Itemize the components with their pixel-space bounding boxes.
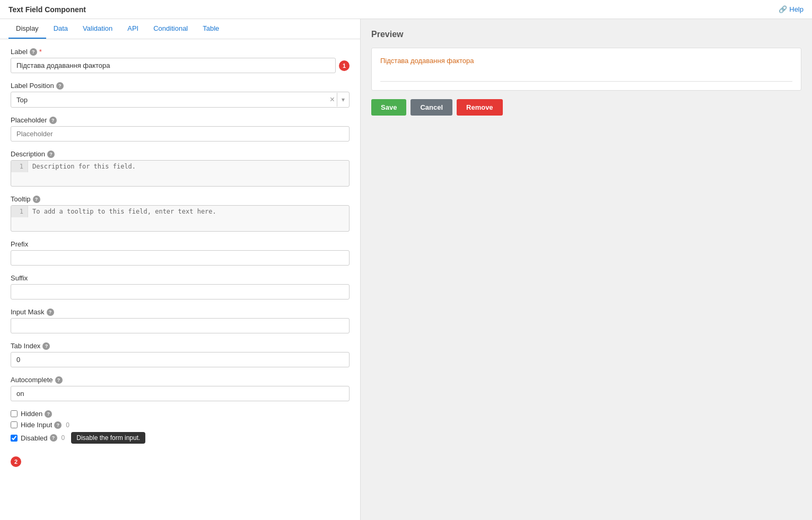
- hidden-checkbox[interactable]: [11, 410, 18, 417]
- disabled-help-icon[interactable]: ?: [50, 434, 57, 442]
- description-group: Description ? 1 Description for this fie…: [11, 150, 350, 187]
- hidden-checkbox-group: Hidden ?: [11, 410, 350, 418]
- tab-bar: Display Data Validation API Conditional …: [0, 19, 360, 39]
- input-mask-input[interactable]: [11, 318, 350, 333]
- hide-input-checkbox-label[interactable]: Hide Input ? 0: [21, 421, 69, 429]
- remove-button[interactable]: Remove: [457, 99, 503, 116]
- cancel-button[interactable]: Cancel: [411, 99, 452, 116]
- prefix-input[interactable]: [11, 250, 350, 266]
- disabled-checkbox-label[interactable]: Disabled ? 0: [21, 434, 65, 442]
- tooltip-group: Tooltip ? 1 To add a tooltip to this fie…: [11, 195, 350, 232]
- tab-index-help-icon[interactable]: ?: [42, 342, 50, 350]
- prefix-group: Prefix: [11, 240, 350, 266]
- placeholder-label: Placeholder ?: [11, 116, 350, 124]
- label-position-group: Label Position ? Top × ▾: [11, 82, 350, 108]
- preview-card: Підстава додавання фактора: [371, 48, 801, 91]
- hidden-help-icon[interactable]: ?: [45, 410, 52, 418]
- label-position-select[interactable]: Top × ▾: [11, 92, 350, 108]
- description-label: Description ?: [11, 150, 350, 158]
- main-layout: Display Data Validation API Conditional …: [0, 19, 812, 520]
- label-position-label: Label Position ?: [11, 82, 350, 90]
- label-position-clear[interactable]: ×: [328, 92, 337, 107]
- label-position-arrow[interactable]: ▾: [337, 93, 349, 107]
- input-mask-group: Input Mask ?: [11, 308, 350, 333]
- input-mask-label: Input Mask ?: [11, 308, 350, 316]
- disabled-checkbox[interactable]: [11, 435, 18, 442]
- description-help-icon[interactable]: ?: [47, 151, 55, 158]
- tab-api[interactable]: API: [120, 19, 146, 39]
- input-mask-help-icon[interactable]: ?: [47, 309, 54, 316]
- tab-index-label: Tab Index ?: [11, 342, 350, 350]
- tooltip-editor[interactable]: 1 To add a tooltip to this field, enter …: [11, 205, 350, 232]
- label-position-help-icon[interactable]: ?: [56, 82, 64, 90]
- label-group: Label ? * 1: [11, 48, 350, 73]
- suffix-group: Suffix: [11, 274, 350, 299]
- preview-title: Preview: [371, 30, 801, 39]
- tooltip-placeholder: To add a tooltip to this field, enter te…: [28, 206, 349, 217]
- bottom-section: 2: [11, 452, 350, 467]
- save-button[interactable]: Save: [371, 99, 406, 116]
- tooltip-label: Tooltip ?: [11, 195, 350, 203]
- hide-input-checkbox[interactable]: [11, 421, 18, 428]
- autocomplete-input[interactable]: [11, 386, 350, 401]
- required-star: *: [39, 48, 42, 56]
- autocomplete-group: Autocomplete ?: [11, 376, 350, 401]
- placeholder-input[interactable]: [11, 126, 350, 142]
- tooltip-help-icon[interactable]: ?: [33, 196, 40, 203]
- description-line-number: 1: [11, 161, 28, 172]
- suffix-input[interactable]: [11, 284, 350, 299]
- help-link[interactable]: 🔗 Help: [779, 5, 804, 13]
- tab-table[interactable]: Table: [195, 19, 226, 39]
- tab-index-group: Tab Index ?: [11, 342, 350, 367]
- preview-field-label: Підстава додавання фактора: [380, 57, 792, 65]
- suffix-label: Suffix: [11, 274, 350, 282]
- right-panel: Preview Підстава додавання фактора Save …: [361, 19, 812, 520]
- tab-index-input[interactable]: [11, 352, 350, 367]
- checkboxes-group: Hidden ? Hide Input ? 0 Disabled: [11, 410, 350, 444]
- label-help-icon[interactable]: ?: [30, 48, 37, 56]
- label-field-label: Label ? *: [11, 48, 350, 56]
- tab-display[interactable]: Display: [8, 19, 46, 39]
- label-badge: 1: [339, 60, 350, 71]
- form-body: Label ? * 1 Label Position ? Top ×: [0, 39, 360, 475]
- hidden-checkbox-label[interactable]: Hidden ?: [21, 410, 52, 418]
- app-title: Text Field Component: [8, 5, 86, 14]
- prefix-label: Prefix: [11, 240, 350, 248]
- autocomplete-label: Autocomplete ?: [11, 376, 350, 384]
- placeholder-group: Placeholder ?: [11, 116, 350, 142]
- disabled-checkbox-group: Disabled ? 0 Disable the form input.: [11, 432, 350, 444]
- bottom-badge: 2: [11, 456, 21, 467]
- description-placeholder: Description for this field.: [28, 161, 349, 172]
- help-icon: 🔗: [779, 5, 787, 13]
- tab-conditional[interactable]: Conditional: [146, 19, 195, 39]
- placeholder-help-icon[interactable]: ?: [49, 117, 57, 124]
- preview-field-input[interactable]: [380, 69, 792, 82]
- left-panel: Display Data Validation API Conditional …: [0, 19, 361, 520]
- hide-input-help-icon[interactable]: ?: [54, 421, 62, 429]
- tab-data[interactable]: Data: [46, 19, 75, 39]
- app-header: Text Field Component 🔗 Help: [0, 0, 812, 19]
- label-position-value: Top: [11, 93, 328, 107]
- autocomplete-help-icon[interactable]: ?: [55, 376, 63, 384]
- tab-validation[interactable]: Validation: [75, 19, 120, 39]
- hide-input-checkbox-group: Hide Input ? 0: [11, 421, 350, 429]
- preview-actions: Save Cancel Remove: [371, 99, 801, 116]
- description-editor[interactable]: 1 Description for this field.: [11, 160, 350, 187]
- tooltip-line-number: 1: [11, 206, 28, 217]
- label-input[interactable]: [11, 58, 336, 73]
- disabled-tooltip: Disable the form input.: [71, 432, 145, 444]
